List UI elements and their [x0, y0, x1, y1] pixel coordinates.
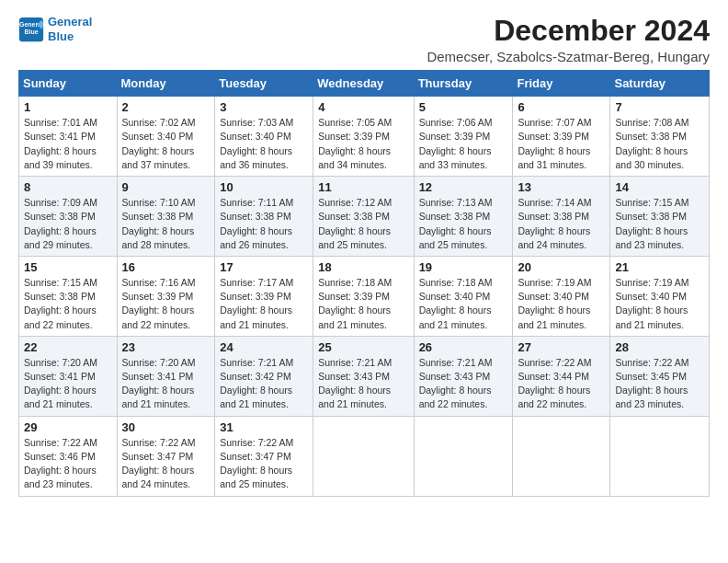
sunset-text: Sunset: 3:38 PM: [122, 210, 210, 224]
day-info: Sunrise: 7:11 AM Sunset: 3:38 PM Dayligh…: [220, 196, 308, 252]
day-number: 16: [122, 260, 210, 274]
daylight-text: Daylight: 8 hours and 23 minutes.: [615, 224, 704, 252]
day-info: Sunrise: 7:18 AM Sunset: 3:39 PM Dayligh…: [318, 276, 408, 332]
table-row: 26 Sunrise: 7:21 AM Sunset: 3:43 PM Dayl…: [414, 336, 513, 416]
sunrise-text: Sunrise: 7:22 AM: [122, 436, 210, 450]
table-row: 11 Sunrise: 7:12 AM Sunset: 3:38 PM Dayl…: [313, 177, 414, 257]
table-row: 14 Sunrise: 7:15 AM Sunset: 3:38 PM Dayl…: [610, 177, 710, 257]
daylight-text: Daylight: 8 hours and 34 minutes.: [318, 144, 408, 172]
day-info: Sunrise: 7:22 AM Sunset: 3:47 PM Dayligh…: [220, 436, 308, 492]
col-wednesday: Wednesday: [313, 71, 414, 97]
day-number: 12: [419, 180, 508, 194]
daylight-text: Daylight: 8 hours and 24 minutes.: [518, 224, 605, 252]
daylight-text: Daylight: 8 hours and 39 minutes.: [24, 144, 112, 172]
sunset-text: Sunset: 3:42 PM: [220, 370, 308, 384]
table-row: 18 Sunrise: 7:18 AM Sunset: 3:39 PM Dayl…: [313, 256, 414, 336]
sunset-text: Sunset: 3:43 PM: [419, 370, 508, 384]
sunrise-text: Sunrise: 7:06 AM: [419, 116, 508, 130]
day-number: 18: [318, 260, 408, 274]
daylight-text: Daylight: 8 hours and 21 minutes.: [220, 384, 308, 411]
sunset-text: Sunset: 3:40 PM: [615, 290, 704, 304]
calendar-week-5: 29 Sunrise: 7:22 AM Sunset: 3:46 PM Dayl…: [19, 416, 710, 496]
day-number: 24: [220, 340, 308, 354]
sunset-text: Sunset: 3:44 PM: [518, 370, 605, 384]
col-sunday: Sunday: [19, 71, 118, 97]
daylight-text: Daylight: 8 hours and 37 minutes.: [122, 144, 210, 172]
table-row: 3 Sunrise: 7:03 AM Sunset: 3:40 PM Dayli…: [215, 97, 313, 177]
sunset-text: Sunset: 3:38 PM: [615, 130, 704, 144]
table-row: 13 Sunrise: 7:14 AM Sunset: 3:38 PM Dayl…: [513, 177, 610, 257]
sunset-text: Sunset: 3:38 PM: [24, 290, 112, 304]
sunrise-text: Sunrise: 7:13 AM: [419, 196, 508, 210]
table-row: 28 Sunrise: 7:22 AM Sunset: 3:45 PM Dayl…: [610, 336, 710, 416]
table-row: 24 Sunrise: 7:21 AM Sunset: 3:42 PM Dayl…: [215, 336, 313, 416]
day-number: 29: [24, 420, 112, 434]
sunrise-text: Sunrise: 7:03 AM: [220, 116, 308, 130]
sunset-text: Sunset: 3:40 PM: [419, 290, 508, 304]
daylight-text: Daylight: 8 hours and 23 minutes.: [24, 464, 112, 491]
daylight-text: Daylight: 8 hours and 31 minutes.: [518, 144, 605, 172]
logo: General Blue General Blue: [18, 15, 92, 43]
sunset-text: Sunset: 3:41 PM: [122, 370, 210, 384]
col-saturday: Saturday: [610, 71, 710, 97]
day-info: Sunrise: 7:02 AM Sunset: 3:40 PM Dayligh…: [122, 116, 210, 172]
calendar-week-3: 15 Sunrise: 7:15 AM Sunset: 3:38 PM Dayl…: [19, 256, 710, 336]
table-row: 7 Sunrise: 7:08 AM Sunset: 3:38 PM Dayli…: [610, 97, 710, 177]
day-info: Sunrise: 7:21 AM Sunset: 3:42 PM Dayligh…: [220, 356, 308, 412]
daylight-text: Daylight: 8 hours and 22 minutes.: [122, 304, 210, 331]
sunset-text: Sunset: 3:38 PM: [419, 210, 508, 224]
day-info: Sunrise: 7:03 AM Sunset: 3:40 PM Dayligh…: [220, 116, 308, 172]
day-number: 7: [615, 100, 704, 114]
day-number: 9: [122, 180, 210, 194]
logo-text: General Blue: [48, 15, 92, 43]
table-row: 17 Sunrise: 7:17 AM Sunset: 3:39 PM Dayl…: [215, 256, 313, 336]
daylight-text: Daylight: 8 hours and 21 minutes.: [615, 304, 704, 331]
daylight-text: Daylight: 8 hours and 21 minutes.: [419, 304, 508, 331]
sunset-text: Sunset: 3:38 PM: [220, 210, 308, 224]
day-number: 20: [518, 260, 605, 274]
sunset-text: Sunset: 3:40 PM: [122, 130, 210, 144]
sunset-text: Sunset: 3:39 PM: [122, 290, 210, 304]
day-number: 31: [220, 420, 308, 434]
header: General Blue General Blue December 2024 …: [18, 15, 710, 64]
table-row: [610, 416, 710, 496]
day-number: 21: [615, 260, 704, 274]
day-number: 14: [615, 180, 704, 194]
sunset-text: Sunset: 3:38 PM: [518, 210, 605, 224]
sunset-text: Sunset: 3:41 PM: [24, 370, 112, 384]
day-info: Sunrise: 7:22 AM Sunset: 3:44 PM Dayligh…: [518, 356, 605, 412]
col-monday: Monday: [117, 71, 215, 97]
sunset-text: Sunset: 3:47 PM: [220, 450, 308, 464]
header-row: Sunday Monday Tuesday Wednesday Thursday…: [19, 71, 710, 97]
logo-line2: Blue: [48, 29, 74, 43]
day-info: Sunrise: 7:21 AM Sunset: 3:43 PM Dayligh…: [318, 356, 408, 412]
sunrise-text: Sunrise: 7:10 AM: [122, 196, 210, 210]
sunrise-text: Sunrise: 7:22 AM: [518, 356, 605, 370]
daylight-text: Daylight: 8 hours and 22 minutes.: [24, 304, 112, 331]
table-row: 21 Sunrise: 7:19 AM Sunset: 3:40 PM Dayl…: [610, 256, 710, 336]
sunrise-text: Sunrise: 7:22 AM: [220, 436, 308, 450]
table-row: 31 Sunrise: 7:22 AM Sunset: 3:47 PM Dayl…: [215, 416, 313, 496]
sunset-text: Sunset: 3:39 PM: [419, 130, 508, 144]
daylight-text: Daylight: 8 hours and 25 minutes.: [318, 224, 408, 252]
day-info: Sunrise: 7:13 AM Sunset: 3:38 PM Dayligh…: [419, 196, 508, 252]
day-number: 28: [615, 340, 704, 354]
sunrise-text: Sunrise: 7:02 AM: [122, 116, 210, 130]
sunset-text: Sunset: 3:38 PM: [318, 210, 408, 224]
day-number: 27: [518, 340, 605, 354]
daylight-text: Daylight: 8 hours and 25 minutes.: [419, 224, 508, 252]
daylight-text: Daylight: 8 hours and 21 minutes.: [122, 384, 210, 411]
day-info: Sunrise: 7:15 AM Sunset: 3:38 PM Dayligh…: [24, 276, 112, 332]
sunrise-text: Sunrise: 7:22 AM: [24, 436, 112, 450]
day-info: Sunrise: 7:19 AM Sunset: 3:40 PM Dayligh…: [615, 276, 704, 332]
sunrise-text: Sunrise: 7:05 AM: [318, 116, 408, 130]
day-info: Sunrise: 7:18 AM Sunset: 3:40 PM Dayligh…: [419, 276, 508, 332]
daylight-text: Daylight: 8 hours and 21 minutes.: [318, 304, 408, 331]
daylight-text: Daylight: 8 hours and 29 minutes.: [24, 224, 112, 252]
daylight-text: Daylight: 8 hours and 21 minutes.: [318, 384, 408, 411]
daylight-text: Daylight: 8 hours and 24 minutes.: [122, 464, 210, 491]
day-number: 17: [220, 260, 308, 274]
sunrise-text: Sunrise: 7:18 AM: [419, 276, 508, 290]
table-row: 1 Sunrise: 7:01 AM Sunset: 3:41 PM Dayli…: [19, 97, 118, 177]
day-number: 6: [518, 100, 605, 114]
